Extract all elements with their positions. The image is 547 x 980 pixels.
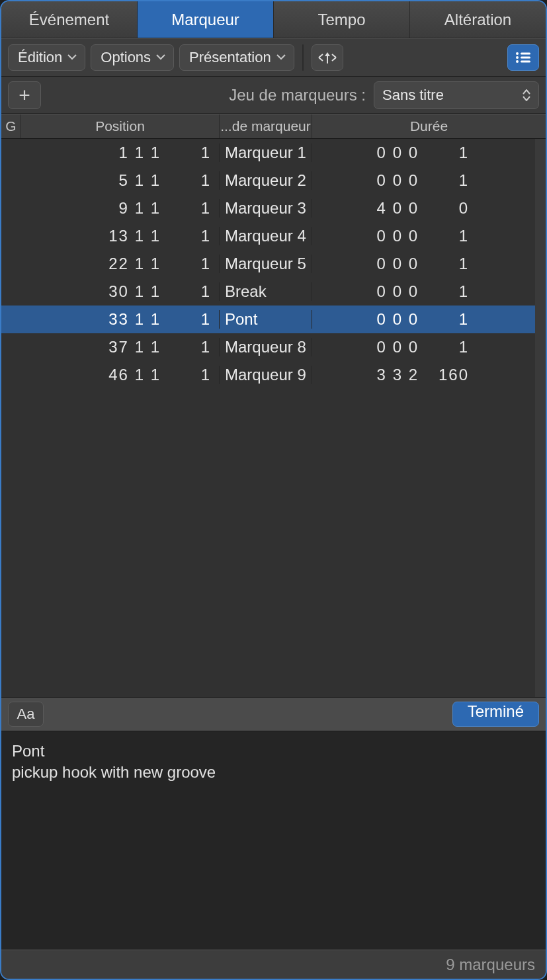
marker-set-select[interactable]: Sans titre (374, 81, 539, 109)
row-marker-name[interactable]: Break (220, 282, 312, 301)
row-marker-name[interactable]: Marqueur 5 (220, 255, 312, 273)
row-duration[interactable]: 0 0 01 (312, 227, 535, 245)
row-position[interactable]: 37 1 11 (21, 338, 220, 356)
column-position[interactable]: Position (21, 114, 220, 138)
row-position[interactable]: 9 1 11 (21, 199, 220, 218)
toolbar-separator (302, 44, 304, 71)
column-marker-name[interactable]: ...de marqueur (220, 114, 312, 138)
done-button[interactable]: Terminé (452, 702, 539, 727)
marker-notes-title: Pont (12, 741, 535, 762)
row-duration[interactable]: 0 0 01 (312, 255, 535, 273)
svg-point-5 (516, 60, 519, 63)
column-header: G Position ...de marqueur Durée (1, 114, 546, 139)
table-row[interactable]: 33 1 11Pont0 0 01 (1, 306, 535, 333)
chevron-down-icon (156, 54, 164, 61)
table-row[interactable]: 22 1 11Marqueur 50 0 01 (1, 250, 535, 278)
row-duration[interactable]: 3 3 2160 (312, 366, 535, 384)
options-menu[interactable]: Options (91, 44, 174, 71)
svg-rect-6 (521, 61, 530, 63)
svg-point-1 (516, 52, 519, 55)
row-duration[interactable]: 0 0 01 (312, 143, 535, 162)
status-count: 9 marqueurs (446, 956, 535, 974)
done-button-label: Terminé (468, 702, 524, 720)
marker-notes-body: pickup hook with new groove (12, 762, 535, 783)
row-position[interactable]: 30 1 11 (21, 282, 220, 301)
table-row[interactable]: 13 1 11Marqueur 40 0 01 (1, 222, 535, 250)
row-position[interactable]: 22 1 11 (21, 255, 220, 273)
row-position[interactable]: 5 1 11 (21, 171, 220, 190)
table-row[interactable]: 37 1 11Marqueur 80 0 01 (1, 333, 535, 361)
presentation-menu-label: Présentation (189, 49, 271, 66)
table-row[interactable]: 1 1 11Marqueur 10 0 01 (1, 139, 535, 167)
column-g[interactable]: G (1, 114, 21, 138)
row-marker-name[interactable]: Marqueur 3 (220, 199, 312, 218)
row-duration[interactable]: 0 0 01 (312, 282, 535, 301)
presentation-menu[interactable]: Présentation (179, 44, 294, 71)
tab-tempo[interactable]: Tempo (274, 1, 410, 38)
row-duration[interactable]: 0 0 01 (312, 171, 535, 190)
stepper-icon (523, 89, 530, 101)
chevron-down-icon (276, 54, 284, 61)
detail-toolbar: Aa Terminé (1, 697, 546, 731)
row-marker-name[interactable]: Marqueur 1 (220, 143, 312, 162)
list-icon (515, 51, 532, 64)
row-marker-name[interactable]: Marqueur 9 (220, 366, 312, 384)
marker-notes-area[interactable]: Pont pickup hook with new groove (1, 731, 546, 950)
row-marker-name[interactable]: Marqueur 2 (220, 171, 312, 190)
toolbar: Édition Options Présentation (1, 38, 546, 77)
marker-table: 1 1 11Marqueur 10 0 015 1 11Marqueur 20 … (1, 139, 546, 697)
marker-list-window: Événement Marqueur Tempo Altération Édit… (0, 0, 547, 980)
row-duration[interactable]: 4 0 00 (312, 199, 535, 218)
options-menu-label: Options (101, 49, 151, 66)
edition-menu-label: Édition (18, 49, 62, 66)
tab-alteration[interactable]: Altération (410, 1, 546, 38)
row-marker-name[interactable]: Marqueur 8 (220, 338, 312, 356)
marker-set-label: Jeu de marqueurs : (229, 86, 366, 104)
text-style-button[interactable]: Aa (8, 702, 44, 727)
text-style-label: Aa (17, 706, 35, 723)
table-row[interactable]: 5 1 11Marqueur 20 0 01 (1, 167, 535, 194)
plus-icon: + (19, 85, 30, 105)
tab-evenement[interactable]: Événement (1, 1, 138, 38)
table-row[interactable]: 9 1 11Marqueur 34 0 00 (1, 194, 535, 222)
row-marker-name[interactable]: Pont (220, 310, 312, 329)
edition-menu[interactable]: Édition (8, 44, 85, 71)
row-position[interactable]: 33 1 11 (21, 310, 220, 329)
add-marker-button[interactable]: + (8, 81, 41, 109)
tab-marqueur[interactable]: Marqueur (138, 1, 274, 38)
status-bar: 9 marqueurs (1, 950, 546, 979)
svg-rect-4 (521, 57, 530, 59)
svg-rect-2 (521, 53, 530, 55)
column-duration[interactable]: Durée (312, 114, 546, 138)
playhead-icon (317, 50, 337, 65)
row-marker-name[interactable]: Marqueur 4 (220, 227, 312, 245)
list-view-button[interactable] (507, 44, 539, 71)
top-tabs: Événement Marqueur Tempo Altération (1, 1, 546, 38)
row-position[interactable]: 1 1 11 (21, 143, 220, 162)
svg-point-3 (516, 56, 519, 59)
table-row[interactable]: 46 1 11Marqueur 93 3 2160 (1, 361, 535, 389)
row-position[interactable]: 46 1 11 (21, 366, 220, 384)
row-duration[interactable]: 0 0 01 (312, 338, 535, 356)
chevron-down-icon (67, 54, 75, 61)
marker-set-bar: + Jeu de marqueurs : Sans titre (1, 77, 546, 114)
catch-playhead-button[interactable] (312, 44, 343, 71)
table-row[interactable]: 30 1 11Break0 0 01 (1, 278, 535, 306)
row-position[interactable]: 13 1 11 (21, 227, 220, 245)
marker-set-value: Sans titre (382, 87, 444, 104)
row-duration[interactable]: 0 0 01 (312, 310, 535, 329)
